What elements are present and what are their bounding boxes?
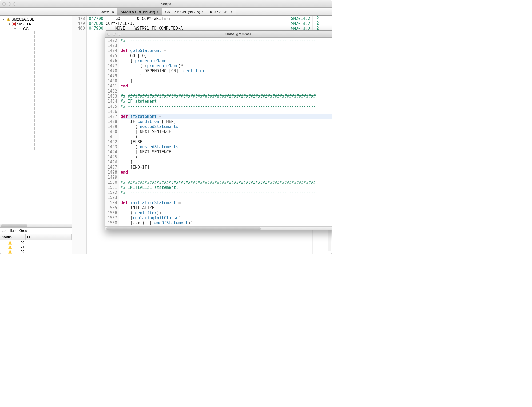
disclosure-triangle-icon[interactable]: ▼: [14, 27, 17, 30]
main-area: ▼SM201A.CBL▼SM201A▼CC compilationGrou St…: [0, 16, 332, 254]
table-row[interactable]: 99: [0, 249, 72, 254]
breadcrumb: compilationGrou: [0, 228, 72, 234]
tree-label: SM201A.CBL: [11, 17, 34, 21]
file-icon: [31, 47, 35, 50]
tab-2[interactable]: CM105M.CBL (95.7%)x: [162, 8, 207, 15]
tree-label: CC: [23, 27, 29, 31]
status-col-line[interactable]: Li: [26, 234, 72, 240]
close-icon[interactable]: [2, 2, 6, 6]
file-icon: [31, 91, 35, 94]
file-icon: [31, 107, 35, 110]
warning-icon: [2, 250, 18, 254]
file-icon: [31, 83, 35, 86]
file-tree[interactable]: ▼SM201A.CBL▼SM201A▼CC: [0, 16, 72, 224]
file-icon: [31, 71, 35, 74]
file-icon: [31, 147, 35, 150]
titlebar[interactable]: Koopa: [0, 0, 332, 8]
file-icon: [31, 43, 35, 46]
tree-label: SM201A: [17, 22, 31, 26]
warning-icon: [2, 241, 18, 245]
disclosure-triangle-icon[interactable]: ▼: [2, 18, 5, 21]
tree-item[interactable]: ▼SM201A.CBL: [0, 17, 72, 22]
warning-icon: [2, 245, 18, 249]
status-header: Status Li: [0, 234, 72, 240]
tree-item[interactable]: ▼CC: [0, 26, 72, 31]
status-col-status[interactable]: Status: [0, 234, 26, 240]
tab-1[interactable]: SM201A.CBL (99.3%)x: [117, 8, 162, 15]
grammar-body: 1472147314741475147614771478147914801481…: [105, 38, 332, 226]
file-icon: [31, 127, 35, 130]
status-rows: 607199: [0, 240, 72, 254]
program-icon: [12, 22, 16, 26]
file-icon: [31, 143, 35, 146]
minimize-icon[interactable]: [113, 33, 116, 36]
tab-bar: OverviewSM201A.CBL (99.3%)xCM105M.CBL (9…: [0, 8, 332, 16]
file-icon: [31, 79, 35, 82]
file-icon: [31, 87, 35, 90]
tab-label: SM201A.CBL (99.3%): [121, 10, 155, 14]
file-icon: [31, 123, 35, 126]
file-icon: [31, 75, 35, 78]
source-gutter: 478479480: [72, 16, 87, 254]
editor-area: 478479480 047700 GO TO COPY-WRITE-3. 047…: [72, 16, 332, 254]
tab-label: IC209A.CBL: [210, 10, 229, 14]
file-icon: [31, 99, 35, 102]
line-number: 99: [21, 250, 24, 254]
file-icon: [31, 59, 35, 62]
file-icon: [31, 103, 35, 106]
file-icon: [31, 131, 35, 134]
zoom-icon[interactable]: [13, 2, 16, 6]
grammar-hscroll[interactable]: [105, 226, 332, 230]
file-icon: [31, 55, 35, 58]
table-row[interactable]: 60: [0, 240, 72, 245]
file-icon: [31, 51, 35, 54]
source-annotations: SM2014.2SM2014.2SM2014.2: [291, 16, 310, 31]
file-icon: [31, 139, 35, 142]
file-icon: [31, 35, 35, 38]
file-icon: [31, 115, 35, 118]
line-number: 71: [21, 245, 24, 249]
line-number: 60: [21, 241, 24, 245]
tab-label: Overview: [100, 10, 114, 14]
file-icon: [31, 95, 35, 98]
close-icon[interactable]: [107, 33, 110, 36]
tree-item[interactable]: ▼SM201A: [0, 22, 72, 26]
close-icon[interactable]: x: [231, 10, 232, 14]
grammar-titlebar[interactable]: Cobol grammar: [105, 31, 332, 38]
sidebar: ▼SM201A.CBL▼SM201A▼CC compilationGrou St…: [0, 16, 72, 254]
file-icon: [18, 27, 22, 31]
file-icon: [31, 63, 35, 66]
tab-3[interactable]: IC209A.CBLx: [207, 8, 236, 15]
window-controls: [2, 2, 16, 6]
grammar-gutter: 1472147314741475147614771478147914801481…: [105, 38, 119, 226]
grammar-window[interactable]: Cobol grammar 14721473147414751476147714…: [105, 30, 332, 230]
grammar-code[interactable]: ## -------------------------------------…: [119, 38, 332, 226]
status-table: Status Li 607199: [0, 234, 72, 254]
file-icon: [31, 111, 35, 114]
file-icon: [31, 67, 35, 70]
file-icon: [31, 119, 35, 122]
grammar-window-controls: [107, 33, 121, 36]
grammar-title: Cobol grammar: [105, 32, 332, 36]
warning-icon: [6, 17, 10, 21]
app-window: Koopa OverviewSM201A.CBL (99.3%)xCM105M.…: [0, 0, 332, 254]
tab-label: CM105M.CBL (95.7%): [165, 10, 200, 14]
tab-0[interactable]: Overview: [96, 8, 117, 15]
file-icon: [31, 31, 35, 34]
disclosure-triangle-icon[interactable]: ▼: [8, 23, 11, 26]
tree-decorations: [31, 31, 35, 150]
sidebar-hscroll[interactable]: [0, 224, 72, 227]
close-icon[interactable]: x: [157, 10, 159, 14]
zoom-icon[interactable]: [118, 33, 121, 36]
window-title: Koopa: [0, 2, 332, 6]
table-row[interactable]: 71: [0, 245, 72, 249]
file-icon: [31, 39, 35, 42]
close-icon[interactable]: x: [202, 10, 203, 14]
file-icon: [31, 135, 35, 138]
sidebar-footer: compilationGrou: [0, 227, 72, 234]
minimize-icon[interactable]: [8, 2, 11, 6]
